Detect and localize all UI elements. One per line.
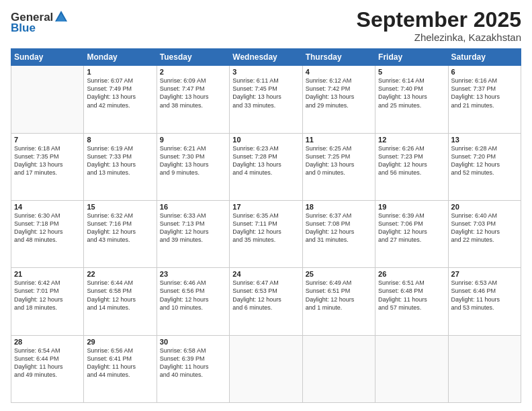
logo: General Blue bbox=[11, 11, 69, 35]
day-info: Sunrise: 6:18 AM Sunset: 7:35 PM Dayligh… bbox=[14, 144, 81, 177]
weekday-header-saturday: Saturday bbox=[448, 49, 521, 66]
calendar-cell: 24Sunrise: 6:47 AM Sunset: 6:53 PM Dayli… bbox=[230, 268, 302, 335]
day-info: Sunrise: 6:40 AM Sunset: 7:03 PM Dayligh… bbox=[451, 212, 518, 244]
day-info: Sunrise: 6:19 AM Sunset: 7:33 PM Dayligh… bbox=[87, 144, 153, 177]
day-info: Sunrise: 6:14 AM Sunset: 7:40 PM Dayligh… bbox=[378, 77, 445, 109]
calendar-cell: 7Sunrise: 6:18 AM Sunset: 7:35 PM Daylig… bbox=[11, 133, 84, 200]
weekday-header-tuesday: Tuesday bbox=[157, 49, 229, 66]
day-info: Sunrise: 6:58 AM Sunset: 6:39 PM Dayligh… bbox=[160, 347, 226, 379]
day-number: 24 bbox=[232, 270, 299, 278]
day-number: 4 bbox=[306, 68, 372, 76]
week-row-2: 7Sunrise: 6:18 AM Sunset: 7:35 PM Daylig… bbox=[11, 133, 521, 200]
day-number: 22 bbox=[87, 270, 153, 278]
day-info: Sunrise: 6:28 AM Sunset: 7:20 PM Dayligh… bbox=[451, 144, 518, 177]
day-info: Sunrise: 6:53 AM Sunset: 6:46 PM Dayligh… bbox=[451, 279, 518, 312]
calendar-cell: 27Sunrise: 6:53 AM Sunset: 6:46 PM Dayli… bbox=[448, 268, 521, 335]
calendar-cell: 1Sunrise: 6:07 AM Sunset: 7:49 PM Daylig… bbox=[84, 66, 157, 133]
calendar-cell: 4Sunrise: 6:12 AM Sunset: 7:42 PM Daylig… bbox=[302, 66, 375, 133]
weekday-header-sunday: Sunday bbox=[11, 49, 84, 66]
logo-icon bbox=[54, 9, 69, 24]
day-number: 5 bbox=[378, 68, 445, 76]
day-number: 11 bbox=[306, 136, 372, 144]
calendar-cell: 15Sunrise: 6:32 AM Sunset: 7:16 PM Dayli… bbox=[84, 200, 157, 267]
day-number: 14 bbox=[14, 203, 81, 211]
weekday-header-wednesday: Wednesday bbox=[230, 49, 302, 66]
day-info: Sunrise: 6:26 AM Sunset: 7:23 PM Dayligh… bbox=[378, 144, 445, 177]
calendar-cell: 2Sunrise: 6:09 AM Sunset: 7:47 PM Daylig… bbox=[157, 66, 229, 133]
day-number: 30 bbox=[160, 338, 226, 346]
day-number: 12 bbox=[378, 136, 445, 144]
calendar-cell: 16Sunrise: 6:33 AM Sunset: 7:13 PM Dayli… bbox=[157, 200, 229, 267]
calendar-cell: 30Sunrise: 6:58 AM Sunset: 6:39 PM Dayli… bbox=[157, 335, 229, 402]
day-info: Sunrise: 6:49 AM Sunset: 6:51 PM Dayligh… bbox=[306, 279, 372, 312]
day-number: 7 bbox=[14, 136, 81, 144]
calendar-cell: 18Sunrise: 6:37 AM Sunset: 7:08 PM Dayli… bbox=[302, 200, 375, 267]
day-number: 28 bbox=[14, 338, 81, 346]
calendar-cell bbox=[230, 335, 302, 402]
calendar-cell: 25Sunrise: 6:49 AM Sunset: 6:51 PM Dayli… bbox=[302, 268, 375, 335]
week-row-1: 1Sunrise: 6:07 AM Sunset: 7:49 PM Daylig… bbox=[11, 66, 521, 133]
calendar-cell: 21Sunrise: 6:42 AM Sunset: 7:01 PM Dayli… bbox=[11, 268, 84, 335]
day-info: Sunrise: 6:32 AM Sunset: 7:16 PM Dayligh… bbox=[87, 212, 153, 244]
day-info: Sunrise: 6:51 AM Sunset: 6:48 PM Dayligh… bbox=[378, 279, 445, 312]
header: General Blue September 2025 Zhelezinka, … bbox=[11, 8, 521, 43]
day-number: 26 bbox=[378, 270, 445, 278]
day-number: 18 bbox=[306, 203, 372, 211]
calendar-cell: 5Sunrise: 6:14 AM Sunset: 7:40 PM Daylig… bbox=[375, 66, 448, 133]
day-info: Sunrise: 6:23 AM Sunset: 7:28 PM Dayligh… bbox=[232, 144, 299, 177]
calendar-cell: 6Sunrise: 6:16 AM Sunset: 7:37 PM Daylig… bbox=[448, 66, 521, 133]
calendar-cell: 22Sunrise: 6:44 AM Sunset: 6:58 PM Dayli… bbox=[84, 268, 157, 335]
day-info: Sunrise: 6:33 AM Sunset: 7:13 PM Dayligh… bbox=[160, 212, 226, 244]
day-number: 16 bbox=[160, 203, 226, 211]
calendar-cell: 10Sunrise: 6:23 AM Sunset: 7:28 PM Dayli… bbox=[230, 133, 302, 200]
week-row-4: 21Sunrise: 6:42 AM Sunset: 7:01 PM Dayli… bbox=[11, 268, 521, 335]
calendar-cell: 17Sunrise: 6:35 AM Sunset: 7:11 PM Dayli… bbox=[230, 200, 302, 267]
day-number: 1 bbox=[87, 68, 153, 76]
week-row-3: 14Sunrise: 6:30 AM Sunset: 7:18 PM Dayli… bbox=[11, 200, 521, 267]
day-number: 2 bbox=[160, 68, 226, 76]
day-info: Sunrise: 6:46 AM Sunset: 6:56 PM Dayligh… bbox=[160, 279, 226, 312]
day-info: Sunrise: 6:21 AM Sunset: 7:30 PM Dayligh… bbox=[160, 144, 226, 177]
day-info: Sunrise: 6:25 AM Sunset: 7:25 PM Dayligh… bbox=[306, 144, 372, 177]
calendar-cell: 28Sunrise: 6:54 AM Sunset: 6:44 PM Dayli… bbox=[11, 335, 84, 402]
calendar-cell bbox=[448, 335, 521, 402]
calendar-cell: 29Sunrise: 6:56 AM Sunset: 6:41 PM Dayli… bbox=[84, 335, 157, 402]
day-number: 9 bbox=[160, 136, 226, 144]
day-number: 10 bbox=[232, 136, 299, 144]
calendar-cell: 13Sunrise: 6:28 AM Sunset: 7:20 PM Dayli… bbox=[448, 133, 521, 200]
day-number: 13 bbox=[451, 136, 518, 144]
day-number: 15 bbox=[87, 203, 153, 211]
day-info: Sunrise: 6:11 AM Sunset: 7:45 PM Dayligh… bbox=[232, 77, 299, 109]
calendar-cell: 20Sunrise: 6:40 AM Sunset: 7:03 PM Dayli… bbox=[448, 200, 521, 267]
weekday-header-friday: Friday bbox=[375, 49, 448, 66]
calendar-cell: 12Sunrise: 6:26 AM Sunset: 7:23 PM Dayli… bbox=[375, 133, 448, 200]
day-number: 17 bbox=[232, 203, 299, 211]
week-row-5: 28Sunrise: 6:54 AM Sunset: 6:44 PM Dayli… bbox=[11, 335, 521, 402]
calendar-cell: 3Sunrise: 6:11 AM Sunset: 7:45 PM Daylig… bbox=[230, 66, 302, 133]
calendar-cell bbox=[302, 335, 375, 402]
calendar-cell: 14Sunrise: 6:30 AM Sunset: 7:18 PM Dayli… bbox=[11, 200, 84, 267]
day-info: Sunrise: 6:16 AM Sunset: 7:37 PM Dayligh… bbox=[451, 77, 518, 109]
calendar-cell: 8Sunrise: 6:19 AM Sunset: 7:33 PM Daylig… bbox=[84, 133, 157, 200]
day-number: 21 bbox=[14, 270, 81, 278]
calendar-cell: 23Sunrise: 6:46 AM Sunset: 6:56 PM Dayli… bbox=[157, 268, 229, 335]
day-info: Sunrise: 6:07 AM Sunset: 7:49 PM Dayligh… bbox=[87, 77, 153, 109]
day-number: 19 bbox=[378, 203, 445, 211]
calendar-cell: 26Sunrise: 6:51 AM Sunset: 6:48 PM Dayli… bbox=[375, 268, 448, 335]
calendar-cell bbox=[11, 66, 84, 133]
day-number: 27 bbox=[451, 270, 518, 278]
day-info: Sunrise: 6:09 AM Sunset: 7:47 PM Dayligh… bbox=[160, 77, 226, 109]
day-number: 25 bbox=[306, 270, 372, 278]
calendar-cell bbox=[375, 335, 448, 402]
day-number: 20 bbox=[451, 203, 518, 211]
day-info: Sunrise: 6:44 AM Sunset: 6:58 PM Dayligh… bbox=[87, 279, 153, 312]
calendar-table: SundayMondayTuesdayWednesdayThursdayFrid… bbox=[11, 48, 521, 403]
weekday-header-row: SundayMondayTuesdayWednesdayThursdayFrid… bbox=[11, 49, 521, 66]
title-month: September 2025 bbox=[357, 8, 521, 32]
day-number: 8 bbox=[87, 136, 153, 144]
weekday-header-monday: Monday bbox=[84, 49, 157, 66]
calendar-cell: 11Sunrise: 6:25 AM Sunset: 7:25 PM Dayli… bbox=[302, 133, 375, 200]
day-info: Sunrise: 6:35 AM Sunset: 7:11 PM Dayligh… bbox=[232, 212, 299, 244]
calendar-cell: 19Sunrise: 6:39 AM Sunset: 7:06 PM Dayli… bbox=[375, 200, 448, 267]
day-info: Sunrise: 6:56 AM Sunset: 6:41 PM Dayligh… bbox=[87, 347, 153, 379]
